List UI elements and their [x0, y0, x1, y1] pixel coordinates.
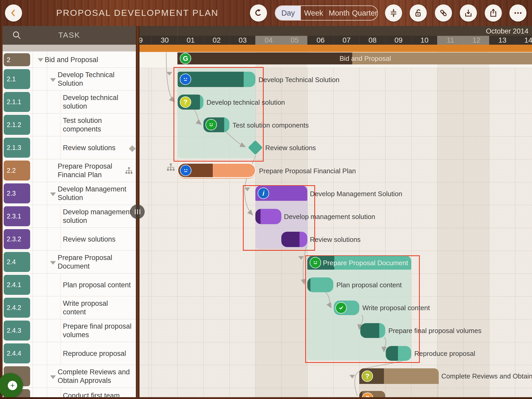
- task-row-2.2[interactable]: 2.2 Prepare Proposal Financial Plan: [3, 159, 136, 182]
- task-row-2.1.3[interactable]: 2.1.3 Review solutions ◆: [3, 136, 136, 159]
- chart-collapse-triangle[interactable]: [167, 72, 172, 76]
- status-icon-info: i: [258, 188, 269, 199]
- task-id-chip: 2.3.1: [4, 206, 30, 226]
- download-icon: [464, 8, 473, 18]
- status-icon-question: ?: [180, 96, 191, 108]
- task-label: Develop management solution: [63, 208, 132, 225]
- task-id-chip: 2.4.4: [4, 343, 30, 363]
- day-cell: 06: [307, 36, 334, 45]
- task-id-chip: 2.4.2: [4, 298, 30, 318]
- task-id-chip: 2.1.1: [4, 92, 30, 112]
- task-id-chip: 2.2: [4, 161, 30, 181]
- tab-quarter[interactable]: Quarter: [352, 6, 377, 20]
- day-cell: 02: [203, 36, 230, 45]
- task-id-chip: 2.1: [4, 69, 30, 89]
- panel-resize-handle[interactable]: [130, 204, 145, 219]
- collapse-triangle-icon[interactable]: [50, 192, 56, 196]
- link-button[interactable]: [435, 4, 452, 22]
- bar-label-complete-reviews: Complete Reviews and Obtain: [441, 372, 532, 380]
- task-row-2.3[interactable]: 2.3 Develop Management Solution: [3, 182, 136, 205]
- back-button[interactable]: [5, 4, 22, 22]
- day-row: 29 30 01 02 03 04 05 06 07 08 09 10 11 1…: [136, 36, 532, 45]
- task-id-chip: 2.4.3: [4, 321, 30, 341]
- collapse-triangle-icon[interactable]: [50, 261, 56, 265]
- day-cell: 14: [515, 36, 532, 45]
- task-row-2.4.3[interactable]: 2.4.3 Prepare final proposal volumes: [3, 319, 136, 342]
- bar-label-2.3.2: Review solutions: [310, 236, 361, 244]
- task-id-chip: 2.1.3: [4, 138, 30, 158]
- status-icon-smiley: [205, 119, 217, 130]
- chart-collapse-triangle[interactable]: [298, 256, 304, 260]
- task-panel-header: TASK: [3, 26, 136, 45]
- bar-label-2.4.4: Reproduce proposal: [414, 350, 475, 358]
- bar-label-2.1.2: Test solution components: [232, 121, 309, 129]
- bar-label-2.4.2: Write proposal content: [362, 304, 430, 312]
- day-cell-weekend: 12: [463, 36, 489, 45]
- bar-label-2.1.1: Develop technical solution: [207, 98, 285, 107]
- collapse-vertical-icon: [389, 8, 398, 18]
- bottom-edge: [0, 397, 532, 399]
- chart-collapse-triangle[interactable]: [349, 375, 355, 378]
- collapse-triangle-icon[interactable]: [50, 78, 56, 82]
- task-label: Test solution components: [63, 116, 125, 134]
- bar-2.3.2[interactable]: [281, 232, 307, 247]
- tab-day[interactable]: Day: [275, 6, 301, 20]
- tab-week[interactable]: Week: [301, 6, 326, 20]
- status-icon-neutral-face: [180, 74, 191, 85]
- task-label: Write proposal content: [63, 299, 123, 316]
- bar-label-2.1.3: Review solutions: [265, 144, 316, 152]
- day-cell-weekend: 11: [437, 36, 463, 45]
- day-cell: 03: [229, 36, 256, 45]
- task-row-2.3.1[interactable]: 2.3.1 Develop management solution: [3, 205, 136, 228]
- task-label: Reproduce proposal: [63, 349, 126, 358]
- task-id-chip: 2.3.2: [4, 229, 30, 249]
- task-row-2.1[interactable]: 2.1 Develop Technical Solution: [3, 68, 136, 91]
- view-mode-segmented-control: Day Week Month Quarter: [275, 5, 378, 21]
- undo-icon: [254, 8, 263, 18]
- ellipsis-icon: [513, 8, 523, 18]
- status-icon-neutral-face: [180, 165, 191, 176]
- bar-2.4.3[interactable]: [360, 323, 385, 338]
- bar-label-2.4.1: Plan proposal content: [336, 281, 402, 289]
- task-label: Plan proposal content: [63, 281, 131, 289]
- day-cell: 07: [333, 36, 360, 45]
- task-row-2.4.2[interactable]: 2.4.2 Write proposal content: [3, 296, 136, 319]
- hierarchy-icon: [165, 162, 176, 172]
- task-id-chip: 2.4.1: [4, 275, 30, 295]
- undo-button[interactable]: [250, 4, 267, 22]
- task-column-header: TASK: [3, 31, 136, 39]
- bar-2.4.1[interactable]: [307, 277, 333, 292]
- task-row-2.4.4[interactable]: 2.4.4 Reproduce proposal: [3, 342, 136, 365]
- collapse-rows-button[interactable]: [385, 4, 402, 22]
- import-button[interactable]: [460, 4, 477, 22]
- task-row-conduct-first-team[interactable]: Conduct first team: [3, 388, 136, 397]
- more-options-button[interactable]: [509, 4, 527, 22]
- status-icon-G: G: [180, 53, 191, 64]
- bar-label-2.2: Prepare Proposal Financial Plan: [259, 167, 356, 175]
- collapse-triangle-icon[interactable]: [38, 58, 43, 62]
- task-row-2.4.1[interactable]: 2.4.1 Plan proposal content: [3, 274, 136, 296]
- scrolled-partial-row: [3, 45, 136, 51]
- status-icon-smiley: [310, 257, 321, 268]
- task-row-2[interactable]: 2 Bid and Proposal: [3, 52, 136, 68]
- bar-label-2.4: Prepare Proposal Document: [323, 259, 408, 267]
- share-button[interactable]: [485, 4, 502, 22]
- task-label: Conduct first team: [63, 391, 120, 397]
- bar-2.3.1[interactable]: [255, 209, 281, 224]
- task-label: Complete Reviews and Obtain Approvals: [58, 368, 133, 385]
- bar-2.4.4[interactable]: [386, 346, 411, 361]
- collapse-triangle-icon[interactable]: [50, 375, 56, 379]
- tab-month[interactable]: Month: [326, 6, 352, 20]
- gantt-chart: G Bid and Proposal Develop Technical Sol…: [139, 45, 532, 397]
- status-icon-question: ?: [362, 370, 373, 382]
- project-summary-bar[interactable]: [139, 45, 532, 52]
- day-cell-weekend: 05: [281, 36, 308, 45]
- day-cell: 01: [177, 36, 204, 45]
- lock-button[interactable]: [410, 4, 427, 22]
- task-row-2.1.1[interactable]: 2.1.1 Develop technical solution: [3, 91, 136, 114]
- task-row-2.4[interactable]: 2.4 Prepare Proposal Document: [3, 251, 136, 274]
- task-row-2.1.2[interactable]: 2.1.2 Test solution components: [3, 114, 136, 136]
- bar-label-2.1: Develop Technical Solution: [258, 76, 340, 84]
- chain-link-icon: [439, 8, 448, 18]
- task-row-2.3.2[interactable]: 2.3.2 Review solutions: [3, 228, 136, 251]
